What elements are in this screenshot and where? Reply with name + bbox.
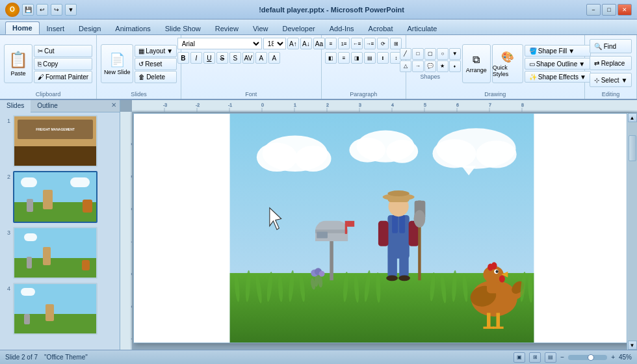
slide-info: Slide 2 of 7 <box>5 354 38 361</box>
office-button[interactable]: O <box>5 3 20 17</box>
svg-point-94 <box>499 275 505 282</box>
justify-btn[interactable]: ▤ <box>364 52 376 64</box>
shape-fill-button[interactable]: 🪣 Shape Fill ▼ <box>525 45 591 57</box>
scroll-thumb[interactable] <box>629 135 636 161</box>
svg-rect-73 <box>399 255 408 276</box>
select-button[interactable]: ⊹ Select ▼ <box>590 73 632 87</box>
save-qa-btn[interactable]: 💾 <box>22 4 34 16</box>
shape-star[interactable]: ★ <box>437 60 448 72</box>
normal-view-btn[interactable]: ▣ <box>514 352 525 363</box>
slides-tab-slides[interactable]: Slides <box>0 100 31 112</box>
shape-triangle[interactable]: △ <box>400 60 411 72</box>
shadow-button[interactable]: S <box>229 52 241 64</box>
align-center-btn[interactable]: ≡ <box>338 52 350 64</box>
shape-flow[interactable]: ⬧ <box>449 60 461 72</box>
highlight-btn[interactable]: A <box>268 52 280 64</box>
align-right-btn[interactable]: ◨ <box>351 52 363 64</box>
tab-design[interactable]: Design <box>72 22 108 34</box>
reading-view-btn[interactable]: ▤ <box>545 352 556 363</box>
close-btn[interactable]: ✕ <box>618 4 632 16</box>
shape-oval[interactable]: ○ <box>437 48 448 60</box>
layout-button[interactable]: ▦ Layout ▼ <box>135 45 177 57</box>
copy-button[interactable]: ⎘ Copy <box>34 58 92 70</box>
tab-addins[interactable]: Add-Ins <box>322 22 361 34</box>
tab-articulate[interactable]: Articulate <box>400 22 445 34</box>
shape-arrow[interactable]: → <box>412 60 424 72</box>
scroll-down-arrow[interactable]: ▼ <box>628 341 637 350</box>
shape-rounded-rect[interactable]: ▢ <box>424 48 436 60</box>
decrease-indent-btn[interactable]: ←≡ <box>351 38 363 49</box>
strikethrough-button[interactable]: S <box>216 52 228 64</box>
vertical-scrollbar[interactable]: ▲ ▼ <box>627 113 637 350</box>
slide-thumb-3[interactable]: 3 <box>3 227 117 279</box>
maximize-btn[interactable]: □ <box>602 4 616 16</box>
shape-effects-button[interactable]: ✨ Shape Effects ▼ <box>525 71 591 83</box>
char-spacing-button[interactable]: AV <box>242 52 254 64</box>
zoom-plus-btn[interactable]: + <box>611 354 615 361</box>
paragraph-row-2: ◧ ≡ ◨ ▤ ⫿ ↕ <box>325 52 402 64</box>
columns-btn[interactable]: ⫿ <box>377 52 389 64</box>
delete-button[interactable]: 🗑 Delete <box>135 71 177 83</box>
increase-font-btn[interactable]: A↑ <box>287 38 299 49</box>
font-family-select[interactable]: Arial <box>177 38 262 49</box>
shape-outline-button[interactable]: ▭ Shape Outline ▼ <box>525 58 591 70</box>
scroll-track[interactable] <box>628 122 637 341</box>
tab-slideshow[interactable]: Slide Show <box>158 22 208 34</box>
undo-qa-btn[interactable]: ↩ <box>36 4 48 16</box>
slide-preview-3[interactable] <box>13 227 98 279</box>
arrange-button[interactable]: ⧉ Arrange <box>462 44 491 83</box>
customize-qa-btn[interactable]: ▼ <box>65 4 77 16</box>
shape-callout[interactable]: 💬 <box>424 60 436 72</box>
scroll-up-arrow[interactable]: ▲ <box>628 113 637 122</box>
slide-thumb-4[interactable]: 4 <box>3 283 117 335</box>
minimize-btn[interactable]: − <box>586 4 601 16</box>
format-painter-button[interactable]: 🖌 Format Painter <box>34 71 92 83</box>
numbering-btn[interactable]: 1≡ <box>338 38 350 49</box>
new-slide-button[interactable]: 📄 New Slide <box>101 44 133 83</box>
zoom-thumb[interactable] <box>588 354 594 361</box>
cut-button[interactable]: ✂ Cut <box>34 45 92 57</box>
align-left-btn[interactable]: ◧ <box>325 52 337 64</box>
tab-developer[interactable]: Developer <box>276 22 322 34</box>
slide-thumb-2[interactable]: 2 <box>3 171 117 223</box>
bullets-btn[interactable]: ≡ <box>325 38 337 49</box>
underline-button[interactable]: U <box>203 52 215 64</box>
tab-view[interactable]: View <box>246 22 276 34</box>
shape-more[interactable]: ▼ <box>449 48 461 60</box>
slide-thumb-1[interactable]: 1 FREIGHT MANAGEMENT <box>3 115 117 167</box>
slides-panel-close[interactable]: ✕ <box>108 100 120 112</box>
zoom-minus-btn[interactable]: − <box>560 354 564 361</box>
slide-preview-2[interactable] <box>13 171 98 223</box>
increase-indent-btn[interactable]: →≡ <box>364 38 376 49</box>
tab-insert[interactable]: Insert <box>40 22 72 34</box>
shape-rect[interactable]: □ <box>412 48 424 60</box>
select-dropdown: ▼ <box>621 77 627 84</box>
zoom-slider[interactable] <box>568 355 607 360</box>
reset-button[interactable]: ↺ Reset <box>135 58 177 70</box>
find-button[interactable]: 🔍 Find <box>590 39 632 53</box>
italic-button[interactable]: I <box>190 52 202 64</box>
slide-preview-1[interactable]: FREIGHT MANAGEMENT <box>13 115 98 167</box>
quick-styles-button[interactable]: 🎨 Quick Styles <box>492 44 523 83</box>
scene-svg <box>134 114 630 343</box>
tab-home[interactable]: Home <box>5 21 40 34</box>
tab-review[interactable]: Review <box>208 22 246 34</box>
font-size-select[interactable]: 18 <box>263 38 286 49</box>
slides-tab-outline[interactable]: Outline <box>31 100 64 112</box>
font-color-btn[interactable]: A <box>255 52 267 64</box>
tab-animations[interactable]: Animations <box>108 22 157 34</box>
text-direction-btn[interactable]: ⟳ <box>377 38 389 49</box>
replace-button[interactable]: ⇄ Replace <box>590 56 632 70</box>
shape-outline-label: Shape Outline <box>536 60 577 68</box>
slide-sorter-btn[interactable]: ⊞ <box>529 352 541 363</box>
ruler-left-svg: 1 2 3 4 5 6 7 <box>120 112 132 350</box>
decrease-font-btn[interactable]: A↓ <box>300 38 312 49</box>
shape-line[interactable]: ╱ <box>400 48 411 60</box>
bold-button[interactable]: B <box>177 52 189 64</box>
tab-acrobat[interactable]: Acrobat <box>361 22 400 34</box>
slide-preview-4[interactable] <box>13 283 98 335</box>
svg-rect-97 <box>483 326 494 328</box>
font-group: Arial 18 A↑ A↓ Aa B I U S S AV A A Font <box>181 35 322 99</box>
paste-button[interactable]: 📋 Paste <box>4 44 32 83</box>
redo-qa-btn[interactable]: ↪ <box>51 4 62 16</box>
